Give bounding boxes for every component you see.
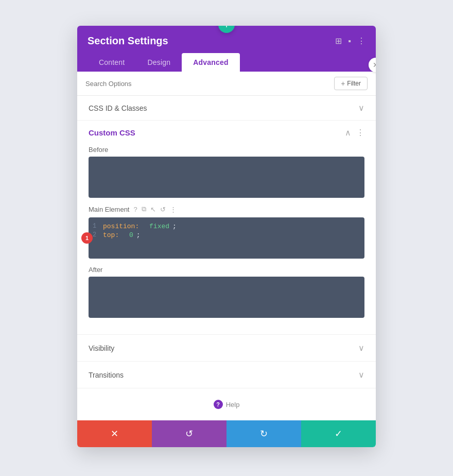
undo-me-icon[interactable]: ↺	[160, 206, 166, 213]
line-num-2: 2	[93, 231, 100, 239]
main-element-editor[interactable]: 1 position: fixed ; 2 top: 0 ;	[89, 217, 364, 259]
chevron-down-icon: ∨	[358, 103, 364, 113]
transitions-section[interactable]: Transitions ∨	[77, 362, 376, 388]
modal-title-row: Section Settings ⊞ ▪ ⋮	[88, 35, 365, 47]
after-label: After	[89, 266, 364, 274]
save-button[interactable]: ✓	[301, 420, 376, 447]
fullscreen-icon[interactable]: ⊞	[335, 36, 342, 46]
filter-button[interactable]: + Filter	[334, 77, 368, 90]
cursor-icon[interactable]: ↖	[150, 206, 156, 213]
line-num-1: 1	[93, 223, 100, 230]
code-punct-2: ;	[136, 231, 141, 239]
help-icon[interactable]: ?	[214, 400, 223, 409]
before-editor[interactable]	[89, 157, 364, 198]
dots-me-icon[interactable]: ⋮	[170, 206, 177, 213]
code-punct-1: ;	[172, 223, 177, 230]
cancel-button[interactable]: ✕	[77, 420, 152, 447]
tab-advanced[interactable]: Advanced	[182, 53, 240, 72]
visibility-section[interactable]: Visibility ∨	[77, 335, 376, 362]
custom-css-header: Custom CSS ∧ ⋮	[89, 121, 364, 143]
filter-label: Filter	[347, 80, 361, 87]
more-options-icon[interactable]: ⋮	[357, 36, 365, 46]
redo-button[interactable]: ↻	[226, 420, 301, 447]
custom-css-section: Custom CSS ∧ ⋮ Before Main Element ? ⧉ ↖…	[77, 121, 376, 335]
help-label[interactable]: Help	[226, 401, 240, 409]
save-icon: ✓	[335, 428, 342, 439]
custom-css-more-icon[interactable]: ⋮	[356, 128, 364, 138]
copy-icon[interactable]: ⧉	[142, 205, 146, 213]
main-element-label: Main Element	[89, 206, 129, 213]
after-editor[interactable]	[89, 277, 364, 318]
footer-actions: ✕ ↺ ↻ ✓	[77, 420, 376, 447]
code-value-2: 0	[129, 231, 133, 239]
modal-title: Section Settings	[88, 35, 168, 47]
code-property-2: top:	[103, 231, 119, 239]
columns-icon[interactable]: ▪	[348, 37, 351, 46]
search-input[interactable]	[85, 80, 329, 88]
undo-icon: ↺	[185, 428, 193, 439]
transitions-title: Transitions	[89, 371, 124, 379]
tab-bar: Content Design Advanced	[88, 53, 365, 72]
collapse-icon[interactable]: ∧	[345, 128, 351, 138]
code-line-1: 1 position: fixed ;	[93, 223, 359, 230]
before-label: Before	[89, 146, 364, 154]
cancel-icon: ✕	[111, 428, 118, 439]
filter-plus-icon: +	[341, 79, 345, 88]
css-id-classes-section[interactable]: CSS ID & Classes ∨	[77, 96, 376, 121]
code-property-1: position:	[103, 223, 139, 230]
visibility-title: Visibility	[89, 344, 114, 352]
tab-design[interactable]: Design	[136, 53, 182, 72]
question-icon[interactable]: ?	[133, 206, 137, 213]
code-line-2: 2 top: 0 ;	[93, 231, 359, 239]
modal-title-icons: ⊞ ▪ ⋮	[335, 36, 365, 46]
help-row: ? Help	[77, 388, 376, 420]
visibility-chevron-icon: ∨	[358, 343, 364, 353]
tab-content[interactable]: Content	[88, 53, 136, 72]
custom-css-title: Custom CSS	[89, 128, 135, 137]
main-element-toolbar: Main Element ? ⧉ ↖ ↺ ⋮	[89, 205, 364, 213]
custom-css-header-icons: ∧ ⋮	[345, 128, 364, 138]
badge-1: 1	[81, 232, 93, 244]
code-value-1: fixed	[149, 223, 169, 230]
search-filter-row: + Filter	[77, 72, 376, 96]
css-id-classes-title: CSS ID & Classes	[89, 104, 147, 112]
redo-icon: ↻	[260, 428, 268, 439]
undo-button[interactable]: ↺	[152, 420, 226, 447]
main-element-wrapper: 1 1 position: fixed ; 2 top: 0 ;	[89, 217, 364, 259]
transitions-chevron-icon: ∨	[358, 370, 364, 380]
